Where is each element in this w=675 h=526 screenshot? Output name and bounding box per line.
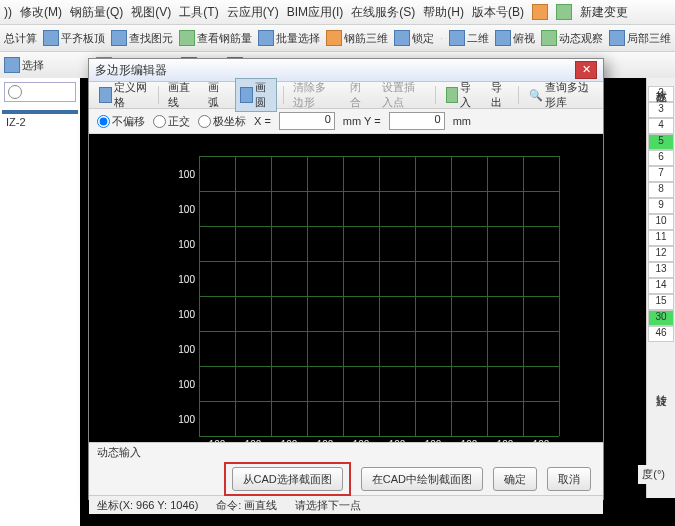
app-window: )) 修改(M) 钢筋量(Q) 视图(V) 工具(T) 云应用(Y) BIM应用…	[0, 0, 675, 526]
tool-local-3d[interactable]: 局部三维	[609, 30, 671, 46]
grid-x-label: 100	[205, 439, 229, 442]
draw-in-cad-button[interactable]: 在CAD中绘制截面图	[361, 467, 483, 491]
menu-item[interactable]: 云应用(Y)	[227, 4, 279, 21]
floor-button[interactable]: 46	[648, 326, 674, 342]
draw-line-button[interactable]: 画直线	[164, 79, 198, 111]
floor-button[interactable]: 3	[648, 102, 674, 118]
floor-button[interactable]: 30	[648, 310, 674, 326]
x-input[interactable]: 0	[279, 112, 335, 130]
degree-label: 度(°)	[638, 465, 669, 484]
dialog-canvas[interactable]: 1001001001001001001001001001001001001001…	[89, 134, 603, 442]
view2d-icon	[449, 30, 465, 46]
floor-button[interactable]: 7	[648, 166, 674, 182]
lock-icon	[394, 30, 410, 46]
no-offset-radio[interactable]: 不偏移	[97, 114, 145, 129]
palette-icon[interactable]	[532, 4, 548, 20]
circle-icon	[240, 87, 253, 103]
tool-lock[interactable]: 锁定	[394, 30, 434, 46]
tool-2d[interactable]: 二维	[449, 30, 489, 46]
draw-arc-button[interactable]: 画弧	[204, 79, 229, 111]
menu-item[interactable]: 钢筋量(Q)	[70, 4, 123, 21]
polar-radio[interactable]: 极坐标	[198, 114, 246, 129]
menu-item[interactable]: ))	[4, 5, 12, 19]
grid-x-label: 100	[277, 439, 301, 442]
tool-view-rebar[interactable]: 查看钢筋量	[179, 30, 252, 46]
floor-button[interactable]: 8	[648, 182, 674, 198]
menu-item[interactable]: 帮助(H)	[423, 4, 464, 21]
menu-item[interactable]: BIM应用(I)	[287, 4, 344, 21]
grid-x-label: 100	[241, 439, 265, 442]
dialog-statusbar: 坐标(X: 966 Y: 1046) 命令: 画直线 请选择下一点	[89, 495, 603, 514]
ok-button[interactable]: 确定	[493, 467, 537, 491]
grid-icon	[99, 87, 112, 103]
floor-button[interactable]: 2	[648, 86, 674, 102]
menubar: )) 修改(M) 钢筋量(Q) 视图(V) 工具(T) 云应用(Y) BIM应用…	[0, 0, 675, 25]
rotate-label: 旋转	[654, 382, 669, 390]
export-button[interactable]: 导出	[487, 79, 512, 111]
dialog-title: 多边形编辑器	[95, 62, 575, 79]
search-icon	[8, 85, 22, 99]
tool-orbit[interactable]: 动态观察	[541, 30, 603, 46]
tool-batch-select[interactable]: 批量选择	[258, 30, 320, 46]
tab-label[interactable]: 故标注	[654, 78, 669, 86]
floor-button[interactable]: 12	[648, 246, 674, 262]
rebar-icon	[179, 30, 195, 46]
drawing-grid: 1001001001001001001001001001001001001001…	[199, 156, 559, 436]
floor-button[interactable]: 5	[648, 134, 674, 150]
tool-find[interactable]: 查找图元	[111, 30, 173, 46]
define-grid-button[interactable]: 定义网格	[95, 79, 152, 111]
cancel-button[interactable]: 取消	[547, 467, 591, 491]
search-input[interactable]	[4, 82, 76, 102]
tool-align-top[interactable]: 平齐板顶	[43, 30, 105, 46]
grid-y-label: 100	[171, 169, 195, 180]
y-input[interactable]: 0	[389, 112, 445, 130]
floor-button[interactable]: 10	[648, 214, 674, 230]
grid-y-label: 100	[171, 309, 195, 320]
tool-rebar-3d[interactable]: 钢筋三维	[326, 30, 388, 46]
highlight-box: 从CAD选择截面图	[224, 462, 351, 496]
library-button[interactable]: 🔍查询多边形库	[525, 79, 597, 111]
menu-item[interactable]: 修改(M)	[20, 4, 62, 21]
tool-calc[interactable]: 总计算	[4, 31, 37, 46]
tool-top-view[interactable]: 俯视	[495, 30, 535, 46]
floor-button[interactable]: 15	[648, 294, 674, 310]
list-item[interactable]: IZ-2	[2, 114, 78, 130]
menu-item[interactable]: 版本号(B)	[472, 4, 524, 21]
left-panel: IZ-2	[0, 78, 81, 498]
menu-item[interactable]: 工具(T)	[179, 4, 218, 21]
grid-y-label: 100	[171, 344, 195, 355]
floor-button[interactable]: 11	[648, 230, 674, 246]
floor-button[interactable]: 13	[648, 262, 674, 278]
cmd-hint: 请选择下一点	[295, 498, 361, 513]
new-icon[interactable]	[556, 4, 572, 20]
floor-button[interactable]: 4	[648, 118, 674, 134]
y-unit: mm	[453, 115, 471, 127]
grid-y-label: 100	[171, 204, 195, 215]
grid-x-label: 100	[421, 439, 445, 442]
close-icon[interactable]: ✕	[575, 61, 597, 79]
tool-select[interactable]: 选择	[4, 57, 44, 73]
clear-polygon-button[interactable]: 清除多边形	[289, 79, 340, 111]
menu-item[interactable]: 在线服务(S)	[351, 4, 415, 21]
grid-y-label: 100	[171, 274, 195, 285]
grid-x-label: 100	[349, 439, 373, 442]
align-icon	[43, 30, 59, 46]
floor-button[interactable]: 9	[648, 198, 674, 214]
dynamic-input-label: 动态输入	[89, 442, 603, 463]
import-button[interactable]: 导入	[442, 79, 481, 111]
dialog-options: 不偏移 正交 极坐标 X = 0 mm Y = 0 mm	[89, 109, 603, 134]
menu-item[interactable]: 视图(V)	[131, 4, 171, 21]
topview-icon	[495, 30, 511, 46]
new-change-button[interactable]: 新建变更	[580, 4, 628, 21]
ortho-radio[interactable]: 正交	[153, 114, 190, 129]
grid-x-label: 100	[313, 439, 337, 442]
dialog-button-row: 从CAD选择截面图 在CAD中绘制截面图 确定 取消	[89, 463, 603, 495]
search-icon: 🔍	[529, 89, 543, 102]
loop-button[interactable]: 闭合	[346, 79, 371, 111]
draw-circle-button[interactable]: 画圆	[235, 78, 276, 112]
rebar3d-icon	[326, 30, 342, 46]
set-insert-button[interactable]: 设置插入点	[378, 79, 429, 111]
from-cad-button[interactable]: 从CAD选择截面图	[232, 467, 343, 491]
floor-button[interactable]: 6	[648, 150, 674, 166]
floor-button[interactable]: 14	[648, 278, 674, 294]
